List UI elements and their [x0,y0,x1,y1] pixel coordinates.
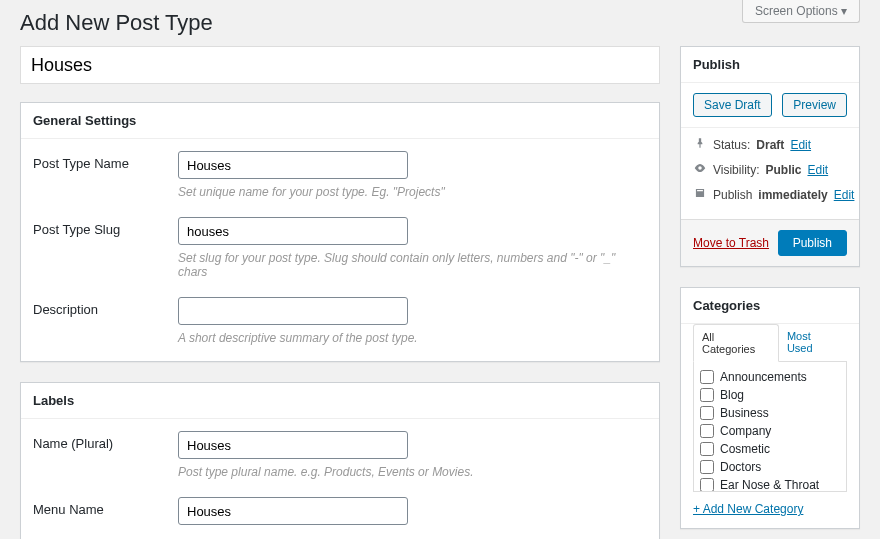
add-new-category-link[interactable]: + Add New Category [693,502,803,516]
menu-name-input[interactable] [178,497,408,525]
general-settings-heading: General Settings [21,103,659,139]
categories-box: Categories All Categories Most Used Anno… [680,287,860,529]
labels-box: Labels Name (Plural) Post type plural na… [20,382,660,539]
general-settings-box: General Settings Post Type Name Set uniq… [20,102,660,362]
category-label: Ear Nose & Throat [720,478,819,492]
chevron-down-icon: ▾ [841,4,847,18]
description-help: A short descriptive summary of the post … [178,331,647,345]
schedule-value: immediately [758,188,827,202]
move-to-trash-link[interactable]: Move to Trash [693,236,769,250]
visibility-label: Visibility: [713,163,759,177]
status-edit-link[interactable]: Edit [790,138,811,152]
category-label: Business [720,406,769,420]
pin-icon [693,136,707,153]
category-label: Announcements [720,370,807,384]
name-plural-help: Post type plural name. e.g. Products, Ev… [178,465,647,479]
description-label: Description [33,297,178,317]
category-label: Company [720,424,771,438]
labels-heading: Labels [21,383,659,419]
post-title-input[interactable] [20,46,660,84]
visibility-edit-link[interactable]: Edit [807,163,828,177]
status-value: Draft [756,138,784,152]
name-plural-label: Name (Plural) [33,431,178,451]
visibility-value: Public [765,163,801,177]
post-type-slug-help: Set slug for your post type. Slug should… [178,251,647,279]
post-type-slug-input[interactable] [178,217,408,245]
tab-all-categories[interactable]: All Categories [693,324,779,362]
description-input[interactable] [178,297,408,325]
post-type-name-input[interactable] [178,151,408,179]
schedule-label: Publish [713,188,752,202]
category-checkbox[interactable] [700,442,714,456]
category-label: Blog [720,388,744,402]
category-label: Cosmetic [720,442,770,456]
category-checkbox[interactable] [700,424,714,438]
category-checkbox[interactable] [700,478,714,492]
categories-heading: Categories [681,288,859,324]
screen-options-button[interactable]: Screen Options ▾ [742,0,860,23]
page-title: Add New Post Type [20,10,860,36]
category-checkbox[interactable] [700,406,714,420]
post-type-name-label: Post Type Name [33,151,178,171]
name-plural-input[interactable] [178,431,408,459]
calendar-icon [693,186,707,203]
eye-icon [693,161,707,178]
publish-heading: Publish [681,47,859,83]
post-type-slug-label: Post Type Slug [33,217,178,237]
post-type-name-help: Set unique name for your post type. Eg. … [178,185,647,199]
menu-name-label: Menu Name [33,497,178,517]
preview-button[interactable]: Preview [782,93,847,117]
category-checkbox[interactable] [700,388,714,402]
screen-options-label: Screen Options [755,4,838,18]
publish-box: Publish Save Draft Preview Status: Draft… [680,46,860,267]
category-checkbox[interactable] [700,370,714,384]
schedule-edit-link[interactable]: Edit [834,188,855,202]
status-label: Status: [713,138,750,152]
publish-button[interactable]: Publish [778,230,847,256]
category-label: Doctors [720,460,761,474]
category-list[interactable]: Announcements Blog Business Company Cosm… [693,362,847,492]
tab-most-used[interactable]: Most Used [779,324,847,361]
save-draft-button[interactable]: Save Draft [693,93,772,117]
category-checkbox[interactable] [700,460,714,474]
